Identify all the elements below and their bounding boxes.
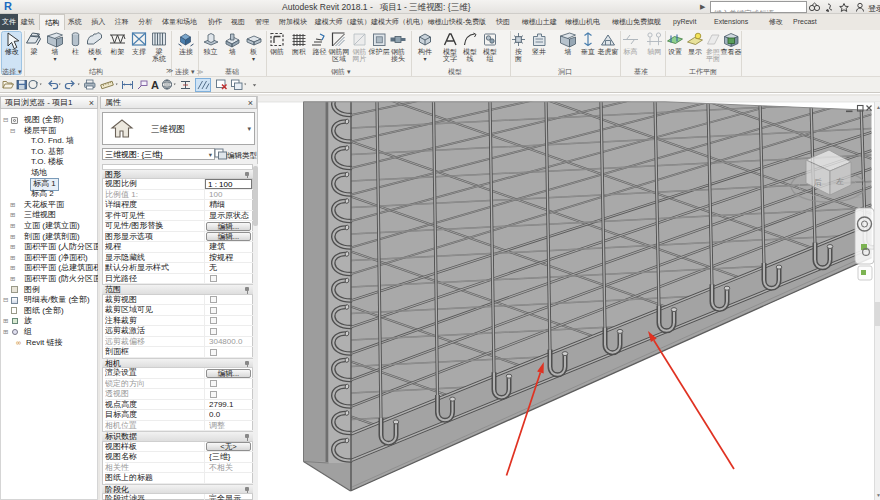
svg-text:北: 北: [856, 192, 861, 199]
svg-text:后: 后: [814, 178, 822, 187]
svg-text:左: 左: [836, 177, 844, 186]
svg-text:南: 南: [794, 192, 799, 198]
svg-text:A: A: [151, 79, 159, 91]
svg-text:登录: 登录: [868, 4, 880, 13]
